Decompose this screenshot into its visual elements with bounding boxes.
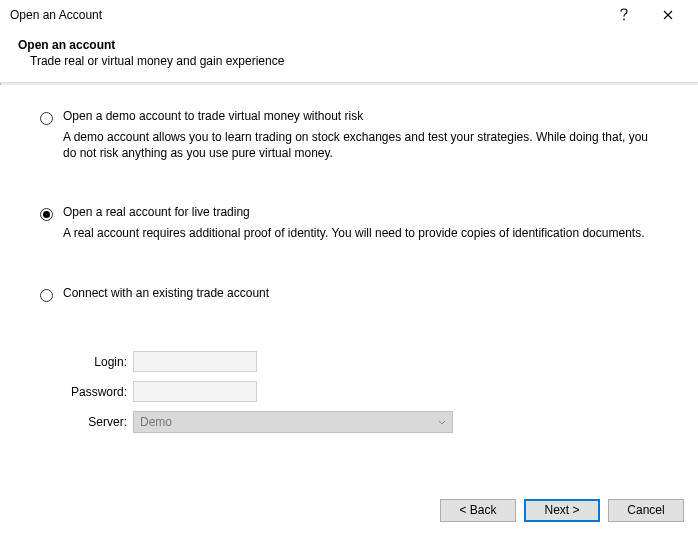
server-value: Demo: [140, 415, 172, 429]
radio-demo[interactable]: [40, 112, 53, 125]
close-icon: [663, 10, 673, 20]
wizard-header: Open an account Trade real or virtual mo…: [0, 30, 698, 83]
help-button[interactable]: [602, 1, 646, 29]
wizard-footer: < Back Next > Cancel: [0, 486, 698, 534]
option-real-desc: A real account requires additional proof…: [63, 225, 670, 241]
close-button[interactable]: [646, 1, 690, 29]
cancel-button[interactable]: Cancel: [608, 499, 684, 522]
radio-real[interactable]: [40, 208, 53, 221]
option-real[interactable]: Open a real account for live trading A r…: [28, 205, 670, 241]
login-label: Login:: [63, 355, 133, 369]
server-select[interactable]: Demo: [133, 411, 453, 433]
next-button[interactable]: Next >: [524, 499, 600, 522]
radio-connect[interactable]: [40, 289, 53, 302]
connect-form: Login: Password: Server: Demo: [63, 350, 670, 434]
login-input[interactable]: [133, 351, 257, 372]
password-input[interactable]: [133, 381, 257, 402]
option-connect[interactable]: Connect with an existing trade account: [28, 286, 670, 306]
header-subtitle: Trade real or virtual money and gain exp…: [30, 54, 680, 68]
password-label: Password:: [63, 385, 133, 399]
option-demo-label: Open a demo account to trade virtual mon…: [63, 109, 670, 123]
svg-point-0: [623, 18, 625, 20]
header-title: Open an account: [18, 38, 680, 52]
titlebar: Open an Account: [0, 0, 698, 30]
option-demo[interactable]: Open a demo account to trade virtual mon…: [28, 109, 670, 161]
row-login: Login:: [63, 350, 670, 374]
row-password: Password:: [63, 380, 670, 404]
option-connect-label: Connect with an existing trade account: [63, 286, 670, 300]
help-icon: [619, 8, 629, 22]
row-server: Server: Demo: [63, 410, 670, 434]
server-label: Server:: [63, 415, 133, 429]
option-real-label: Open a real account for live trading: [63, 205, 670, 219]
content-area: Open a demo account to trade virtual mon…: [0, 85, 698, 448]
window-title: Open an Account: [10, 8, 602, 22]
back-button[interactable]: < Back: [440, 499, 516, 522]
chevron-down-icon: [438, 415, 446, 429]
option-demo-desc: A demo account allows you to learn tradi…: [63, 129, 670, 161]
